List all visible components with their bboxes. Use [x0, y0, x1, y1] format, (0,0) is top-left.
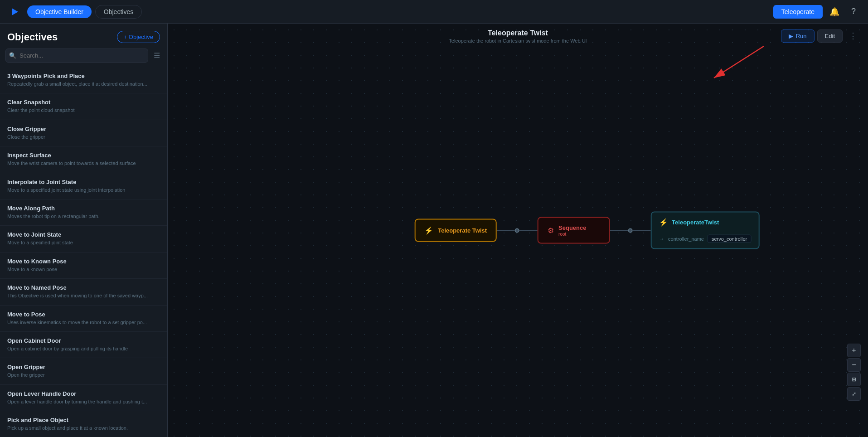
- teal-node-title: TeleoperateTwist: [672, 219, 719, 226]
- list-item-title: Open Lever Handle Door: [7, 390, 160, 397]
- topnav: Objective Builder Objectives Teleoperate…: [0, 0, 868, 24]
- zoom-controls: + − ⊞ ⤢: [847, 344, 861, 401]
- list-item-title: Close Gripper: [7, 126, 160, 132]
- list-item[interactable]: Inspect SurfaceMove the wrist camera to …: [0, 146, 167, 173]
- list-item-desc: Move to a specified joint state using jo…: [7, 187, 160, 194]
- search-row: 🔍 ☰: [0, 49, 167, 67]
- list-item-desc: Open a lever handle door by turning the …: [7, 398, 160, 405]
- sidebar-header: Objectives + Objective: [0, 24, 167, 49]
- list-item[interactable]: Pick and Place ObjectPick up a small obj…: [0, 411, 167, 437]
- list-item-title: Move Along Path: [7, 205, 160, 212]
- list-item[interactable]: Move Along PathMoves the robot tip on a …: [0, 199, 167, 226]
- list-item-desc: This Objective is used when moving to on…: [7, 292, 160, 299]
- param-arrow-icon: →: [659, 236, 664, 242]
- edit-button[interactable]: Edit: [817, 29, 843, 43]
- fit-view-button[interactable]: ⊞: [847, 373, 861, 386]
- list-item-title: Move to Known Pose: [7, 258, 160, 265]
- teal-node-icon: ⚡: [659, 218, 668, 227]
- teleoperate-button[interactable]: Teleoperate: [773, 5, 823, 19]
- add-objective-button[interactable]: + Objective: [117, 31, 160, 43]
- objective-builder-tab[interactable]: Objective Builder: [27, 5, 92, 18]
- teleoperate-node-icon: ⚡: [424, 226, 433, 235]
- play-icon: ▶: [789, 33, 793, 39]
- list-item[interactable]: Open Lever Handle DoorOpen a lever handl…: [0, 385, 167, 411]
- connector-1: [497, 228, 538, 233]
- sidebar-title: Objectives: [7, 31, 58, 43]
- list-item-title: Interpolate to Joint State: [7, 179, 160, 185]
- search-input[interactable]: [5, 49, 148, 63]
- list-item-desc: Uses inverse kinematics to move the robo…: [7, 319, 160, 326]
- list-item[interactable]: Clear SnapshotClear the point cloud snap…: [0, 93, 167, 120]
- conn-line-1b: [519, 230, 538, 231]
- list-item[interactable]: Interpolate to Joint StateMove to a spec…: [0, 173, 167, 199]
- param-row: → controller_name servo_controller: [659, 235, 751, 243]
- list-item-title: 3 Waypoints Pick and Place: [7, 73, 160, 79]
- filter-icon[interactable]: ☰: [152, 49, 162, 62]
- param-key: controller_name: [668, 236, 704, 242]
- conn-dot-1: [515, 228, 519, 233]
- list-item-title: Open Gripper: [7, 364, 160, 370]
- list-item-title: Move to Pose: [7, 311, 160, 318]
- list-item-desc: Open the gripper: [7, 372, 160, 379]
- zoom-in-button[interactable]: +: [847, 344, 861, 357]
- expand-button[interactable]: ⤢: [847, 387, 861, 401]
- sequence-node-label: Sequence: [558, 224, 586, 231]
- list-item-desc: Move to a known pose: [7, 266, 160, 273]
- zoom-out-button[interactable]: −: [847, 358, 861, 372]
- list-item-title: Clear Snapshot: [7, 99, 160, 106]
- list-item[interactable]: Move to Known PoseMove to a known pose: [0, 252, 167, 279]
- run-label: Run: [796, 33, 807, 39]
- list-item[interactable]: Open Cabinet DoorOpen a cabinet door by …: [0, 332, 167, 358]
- canvas-title-block: Teleoperate Twist Teleoperate the robot …: [449, 29, 587, 44]
- sequence-node-icon: ⚙: [548, 226, 554, 235]
- notifications-icon[interactable]: 🔔: [827, 5, 842, 19]
- svg-line-2: [714, 46, 764, 78]
- canvas-subtitle: Teleoperate the robot in Cartesian twist…: [449, 38, 587, 44]
- objectives-list: 3 Waypoints Pick and PlaceRepeatedly gra…: [0, 67, 167, 437]
- teleoperate-node-label: Teleoperate Twist: [438, 227, 487, 234]
- search-wrap: 🔍: [5, 49, 148, 63]
- sequence-node-labels: Sequence root: [558, 224, 586, 237]
- teal-node-header: ⚡ TeleoperateTwist: [659, 218, 719, 227]
- connector-2: [610, 228, 651, 233]
- conn-line-2: [610, 230, 628, 231]
- list-item[interactable]: Close GripperClose the gripper: [0, 120, 167, 146]
- more-options-icon[interactable]: ⋮: [845, 29, 861, 43]
- run-button[interactable]: ▶ Run: [781, 29, 815, 43]
- flow-node-teleoperate-twist-detail[interactable]: ⚡ TeleoperateTwist → controller_name ser…: [651, 212, 759, 249]
- list-item[interactable]: Move to Joint StateMove to a specified j…: [0, 226, 167, 252]
- sidebar: Objectives + Objective 🔍 ☰ 3 Waypoints P…: [0, 24, 168, 437]
- help-icon[interactable]: ?: [846, 5, 861, 19]
- list-item-title: Pick and Place Object: [7, 417, 160, 423]
- list-item-desc: Repeatedly grab a small object, place it…: [7, 81, 160, 87]
- canvas-title: Teleoperate Twist: [449, 29, 587, 37]
- conn-dot-2: [628, 228, 633, 233]
- list-item[interactable]: 3 Waypoints Pick and PlaceRepeatedly gra…: [0, 67, 167, 93]
- objectives-tab[interactable]: Objectives: [95, 5, 142, 19]
- list-item-desc: Pick up a small object and place it at a…: [7, 425, 160, 432]
- flow-node-sequence[interactable]: ⚙ Sequence root: [538, 217, 610, 244]
- list-item-desc: Move to a specified joint state: [7, 239, 160, 246]
- conn-line-1: [497, 230, 515, 231]
- main-layout: Objectives + Objective 🔍 ☰ 3 Waypoints P…: [0, 24, 868, 437]
- list-item[interactable]: Move to PoseUses inverse kinematics to m…: [0, 306, 167, 332]
- list-item-desc: Open a cabinet door by grasping and pull…: [7, 345, 160, 352]
- list-item[interactable]: Move to Named PoseThis Objective is used…: [0, 279, 167, 305]
- flow-node-teleoperate[interactable]: ⚡ Teleoperate Twist: [414, 219, 497, 242]
- list-item-title: Inspect Surface: [7, 152, 160, 159]
- conn-line-2b: [633, 230, 651, 231]
- param-value: servo_controller: [708, 235, 751, 243]
- sequence-node-sublabel: root: [558, 232, 586, 237]
- flow-container: ⚡ Teleoperate Twist ⚙ Sequence root: [414, 212, 759, 249]
- list-item-title: Move to Joint State: [7, 231, 160, 238]
- list-item-desc: Moves the robot tip on a rectangular pat…: [7, 213, 160, 220]
- canvas-actions: ▶ Run Edit ⋮: [781, 29, 861, 43]
- canvas-area: Teleoperate Twist Teleoperate the robot …: [168, 24, 868, 437]
- svg-marker-0: [12, 8, 18, 15]
- list-item-title: Move to Named Pose: [7, 284, 160, 291]
- canvas-topbar: Teleoperate Twist Teleoperate the robot …: [168, 24, 868, 49]
- list-item-desc: Move the wrist camera to point towards a…: [7, 160, 160, 167]
- list-item-desc: Clear the point cloud snapshot: [7, 107, 160, 114]
- nav-logo-icon[interactable]: [7, 5, 22, 19]
- list-item[interactable]: Open GripperOpen the gripper: [0, 358, 167, 384]
